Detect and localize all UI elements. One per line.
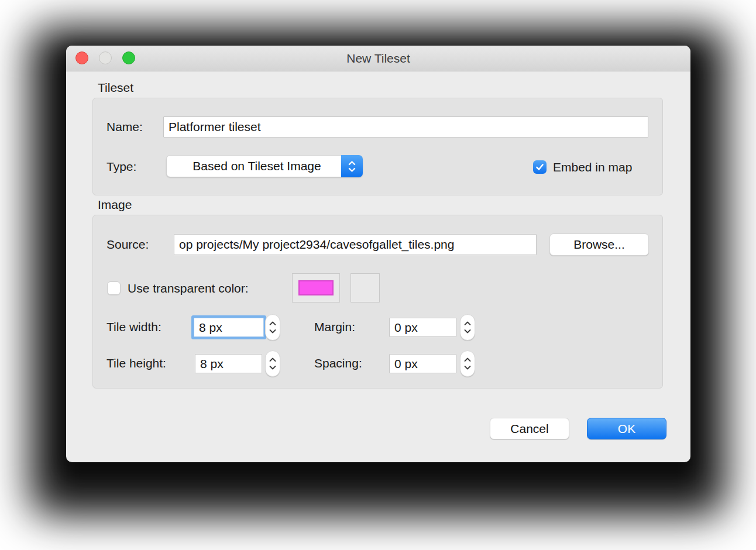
- tileset-group-box: [92, 98, 663, 195]
- spacing-label: Spacing:: [314, 353, 362, 373]
- spacing-stepper: [460, 350, 475, 377]
- type-label: Type:: [106, 156, 136, 178]
- spacing-input[interactable]: [389, 354, 456, 373]
- stepper-up-button[interactable]: [269, 321, 276, 326]
- tile-height-stepper: [265, 350, 280, 377]
- color-swatch: [298, 280, 334, 295]
- type-dropdown-value: Based on Tileset Image: [167, 159, 341, 173]
- source-label: Source:: [106, 234, 149, 255]
- tile-width-input[interactable]: [194, 318, 264, 337]
- browse-button[interactable]: Browse...: [549, 233, 649, 256]
- new-tileset-dialog: New Tileset Tileset Name: Type: Based on…: [66, 46, 690, 462]
- transparent-color-swatch-button[interactable]: [292, 273, 340, 302]
- tileset-group-label: Tileset: [98, 81, 133, 95]
- use-transparent-color-checkbox[interactable]: [107, 281, 121, 295]
- margin-input[interactable]: [389, 318, 456, 337]
- image-group-label: Image: [98, 198, 132, 212]
- tile-height-label: Tile height:: [106, 353, 166, 373]
- stepper-down-button[interactable]: [464, 329, 471, 334]
- ok-button[interactable]: OK: [587, 418, 666, 439]
- tile-width-stepper: [265, 314, 280, 341]
- cancel-button[interactable]: Cancel: [490, 418, 569, 439]
- margin-label: Margin:: [314, 317, 355, 337]
- name-label: Name:: [106, 116, 143, 138]
- name-input[interactable]: [163, 116, 648, 138]
- window-title: New Tileset: [66, 46, 690, 71]
- screen: New Tileset Tileset Name: Type: Based on…: [0, 0, 756, 550]
- type-dropdown[interactable]: Based on Tileset Image: [166, 155, 363, 177]
- use-transparent-color-label: Use transparent color:: [128, 281, 249, 295]
- stepper-up-button[interactable]: [464, 321, 471, 326]
- stepper-up-button[interactable]: [464, 358, 471, 362]
- margin-stepper: [460, 314, 475, 341]
- color-picker-button[interactable]: [350, 273, 380, 302]
- chevron-up-down-icon: [341, 155, 363, 177]
- stepper-down-button[interactable]: [269, 329, 276, 334]
- titlebar[interactable]: New Tileset: [66, 46, 690, 71]
- embed-in-map-label: Embed in map: [553, 160, 632, 174]
- stepper-down-button[interactable]: [269, 365, 276, 370]
- tile-width-label: Tile width:: [106, 317, 161, 337]
- embed-in-map-checkbox[interactable]: [533, 160, 547, 174]
- stepper-up-button[interactable]: [269, 358, 276, 362]
- checkmark-icon: [535, 163, 544, 171]
- stepper-down-button[interactable]: [464, 365, 471, 370]
- tile-height-input[interactable]: [195, 354, 262, 373]
- source-input[interactable]: [174, 234, 537, 255]
